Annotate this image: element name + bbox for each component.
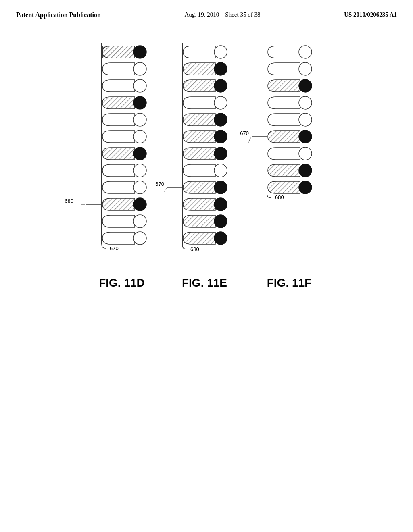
- svg-point-6: [133, 79, 146, 92]
- svg-point-42: [299, 46, 312, 58]
- svg-point-25: [214, 62, 227, 75]
- svg-point-36: [214, 215, 227, 228]
- svg-point-11: [133, 164, 146, 177]
- svg-text:680: 680: [190, 246, 199, 252]
- svg-point-18: [133, 232, 146, 245]
- diagram-11f-svg: 670 680: [255, 43, 323, 268]
- svg-point-35: [214, 198, 227, 211]
- svg-point-47: [299, 130, 312, 143]
- svg-point-50: [299, 147, 312, 160]
- publication-number: US 2010/0206235 A1: [344, 11, 397, 18]
- svg-point-30: [214, 147, 227, 160]
- svg-point-28: [214, 113, 227, 126]
- svg-text:670: 670: [240, 130, 249, 136]
- svg-point-31: [214, 164, 227, 177]
- fig-11f-label: FIG. 11F: [267, 276, 311, 289]
- svg-point-44: [299, 79, 312, 92]
- svg-point-24: [214, 46, 227, 58]
- svg-point-7: [133, 96, 146, 109]
- figure-11e: 670 680 FIG. 11E: [170, 43, 239, 289]
- svg-point-52: [299, 181, 312, 194]
- publication-title: Patent Application Publication: [16, 11, 101, 19]
- svg-point-17: [133, 215, 146, 228]
- figure-11f: 670 680 FIG. 11F: [255, 43, 323, 289]
- svg-point-51: [299, 164, 312, 177]
- svg-point-46: [299, 113, 312, 126]
- figure-11d: 680 670 FIG.: [90, 43, 154, 289]
- svg-text:670: 670: [110, 245, 119, 251]
- diagram-11d-svg: 680 670: [90, 43, 154, 268]
- svg-text:670: 670: [155, 181, 164, 187]
- svg-point-8: [133, 113, 146, 126]
- svg-point-43: [299, 62, 312, 75]
- fig-11e-label: FIG. 11E: [182, 276, 227, 289]
- svg-point-26: [214, 79, 227, 92]
- svg-point-37: [214, 232, 227, 245]
- svg-point-13: [133, 198, 146, 211]
- page-header: Patent Application Publication Aug. 19, …: [0, 0, 413, 19]
- svg-point-5: [133, 62, 146, 75]
- fig-11d-label: FIG. 11D: [99, 276, 145, 289]
- svg-point-32: [214, 181, 227, 194]
- svg-text:680: 680: [275, 194, 284, 200]
- svg-point-27: [214, 96, 227, 109]
- figures-container: 680 670 FIG.: [0, 43, 413, 289]
- svg-point-10: [133, 147, 146, 160]
- svg-point-9: [133, 130, 146, 143]
- svg-text:680: 680: [65, 198, 73, 204]
- svg-point-4: [133, 46, 146, 58]
- diagram-11e-svg: 670 680: [170, 43, 239, 268]
- svg-point-29: [214, 130, 227, 143]
- publication-date-sheet: Aug. 19, 2010 Sheet 35 of 38: [185, 11, 261, 18]
- svg-point-12: [133, 181, 146, 194]
- svg-point-45: [299, 96, 312, 109]
